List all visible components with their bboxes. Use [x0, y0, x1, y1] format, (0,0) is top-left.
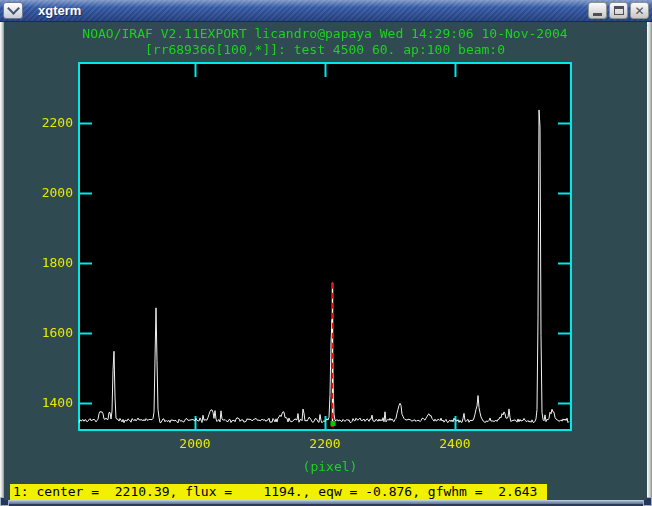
xgterm-window: xgterm ✕ NOAO/IRAF V2.11EXPORT licandro@… — [0, 0, 652, 506]
window-frame-right[interactable] — [647, 22, 652, 506]
graphics-terminal-area[interactable] — [4, 22, 647, 500]
title-bar[interactable]: xgterm ✕ — [0, 0, 652, 22]
y-tick-label: 1600 — [30, 326, 73, 340]
cursor-crosshair-horizontal — [7, 25, 647, 26]
window-controls: ✕ — [588, 2, 649, 19]
square-icon — [614, 6, 624, 15]
y-tick-label: 2000 — [30, 186, 73, 200]
close-button[interactable]: ✕ — [630, 2, 649, 19]
plot-subtitle: [rr689366[100,*]]: test 4500 60. ap:100 … — [78, 43, 572, 57]
y-tick-label: 1800 — [30, 256, 73, 270]
minus-icon — [593, 13, 602, 16]
x-tick-label: 2400 — [425, 437, 485, 451]
plot-title: NOAO/IRAF V2.11EXPORT licandro@papaya We… — [78, 27, 572, 41]
chevron-down-icon — [7, 2, 20, 15]
minimize-button[interactable] — [588, 2, 607, 19]
y-tick-label: 2200 — [30, 116, 73, 130]
cursor-crosshair-vertical — [9, 23, 10, 500]
window-shade-button[interactable] — [3, 2, 23, 19]
x-axis-label: (pixel) — [240, 460, 420, 474]
fit-result-status-bar: 1: center = 2210.39, flux = 1194., eqw =… — [10, 484, 547, 500]
y-tick-label: 1400 — [30, 396, 73, 410]
x-icon: ✕ — [634, 4, 644, 18]
x-tick-label: 2000 — [165, 437, 225, 451]
x-tick-label: 2200 — [295, 437, 355, 451]
window-title: xgterm — [38, 3, 81, 18]
maximize-button[interactable] — [609, 2, 628, 19]
